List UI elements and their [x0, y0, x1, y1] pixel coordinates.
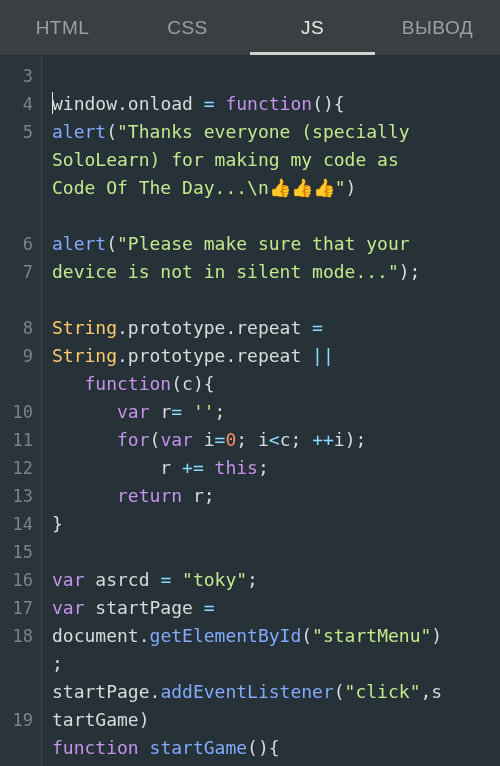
line-number: 17 [0, 594, 41, 622]
tab-html[interactable]: HTML [0, 0, 125, 55]
code-line[interactable]: startPage.style.display = [52, 762, 500, 766]
line-number: 18 [0, 622, 41, 706]
code-line[interactable]: startPage.addEventListener("click",s [52, 678, 500, 706]
code-line[interactable]: function startGame(){ [52, 734, 500, 762]
line-number: 19 [0, 706, 41, 762]
line-number: 6 [0, 230, 41, 258]
tab-js[interactable]: JS [250, 0, 375, 55]
code-line[interactable]: device is not in silent mode..."); [52, 258, 500, 286]
line-number: 13 [0, 482, 41, 510]
code-line[interactable]: SoloLearn) for making my code as [52, 146, 500, 174]
line-number-gutter: 3456789101112131415161718192021222324 [0, 56, 42, 766]
code-line[interactable]: r += this; [52, 454, 500, 482]
code-line[interactable]: for(var i=0; i<c; ++i); [52, 426, 500, 454]
code-line[interactable] [52, 286, 500, 314]
tab-css[interactable]: CSS [125, 0, 250, 55]
code-line[interactable]: return r; [52, 482, 500, 510]
tab-output[interactable]: ВЫВОД [375, 0, 500, 55]
code-line[interactable]: } [52, 510, 500, 538]
line-number: 9 [0, 342, 41, 398]
code-line[interactable]: var asrcd = "toky"; [52, 566, 500, 594]
line-number: 4 [0, 90, 41, 118]
line-number: 7 [0, 258, 41, 314]
code-editor[interactable]: 3456789101112131415161718192021222324 wi… [0, 56, 500, 766]
line-number: 8 [0, 314, 41, 342]
line-number: 5 [0, 118, 41, 230]
code-line[interactable]: alert("Thanks everyone (specially [52, 118, 500, 146]
code-line[interactable]: var startPage = [52, 594, 500, 622]
code-line[interactable]: tartGame) [52, 706, 500, 734]
line-number: 12 [0, 454, 41, 482]
line-number: 10 [0, 398, 41, 426]
line-number: 20 [0, 762, 41, 766]
code-line[interactable]: window.onload = function(){ [52, 90, 500, 118]
code-area[interactable]: window.onload = function(){alert("Thanks… [42, 56, 500, 766]
code-line[interactable]: String.prototype.repeat || [52, 342, 500, 370]
line-number: 15 [0, 538, 41, 566]
line-number: 11 [0, 426, 41, 454]
code-line[interactable]: document.getElementById("startMenu") [52, 622, 500, 650]
editor-tabs: HTML CSS JS ВЫВОД [0, 0, 500, 56]
code-line[interactable] [52, 538, 500, 566]
code-line[interactable]: var r= ''; [52, 398, 500, 426]
code-line[interactable]: alert("Please make sure that your [52, 230, 500, 258]
code-line[interactable]: ; [52, 650, 500, 678]
code-line[interactable]: function(c){ [52, 370, 500, 398]
line-number: 3 [0, 62, 41, 90]
code-line[interactable]: String.prototype.repeat = [52, 314, 500, 342]
line-number: 14 [0, 510, 41, 538]
code-line[interactable] [52, 62, 500, 90]
line-number: 16 [0, 566, 41, 594]
code-line[interactable]: Code Of The Day...\n👍👍👍") [52, 174, 500, 202]
code-line[interactable] [52, 202, 500, 230]
